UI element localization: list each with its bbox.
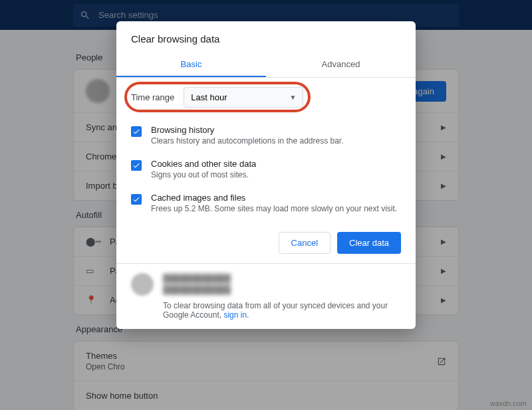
cookies-option[interactable]: Cookies and other site data Signs you ou… [131, 152, 401, 186]
footer-avatar [131, 273, 154, 296]
modal-overlay: Clear browsing data Basic Advanced Time … [0, 0, 532, 410]
watermark: wsxdn.com [490, 399, 527, 407]
tab-basic[interactable]: Basic [116, 52, 266, 77]
browsing-history-option[interactable]: Browsing history Clears history and auto… [131, 118, 401, 152]
checkbox-checked[interactable] [131, 160, 142, 171]
dialog-title: Clear browsing data [116, 21, 416, 52]
dialog-tabs: Basic Advanced [116, 52, 416, 78]
checkbox-checked[interactable] [131, 126, 142, 137]
dialog-footer: ████████████████████████ To clear browsi… [116, 263, 416, 329]
cancel-button[interactable]: Cancel [279, 232, 331, 254]
dropdown-icon: ▼ [289, 94, 296, 101]
clear-browsing-dialog: Clear browsing data Basic Advanced Time … [116, 21, 416, 329]
sign-in-link[interactable]: sign in [223, 310, 247, 320]
time-range-select[interactable]: Last hour ▼ [184, 87, 303, 108]
time-range-label: Time range [131, 92, 174, 102]
tab-advanced[interactable]: Advanced [266, 52, 416, 77]
checkbox-checked[interactable] [131, 194, 142, 205]
cached-files-option[interactable]: Cached images and files Frees up 5.2 MB.… [131, 186, 401, 220]
footer-account-name: ████████████████████████ [163, 273, 401, 296]
clear-data-button[interactable]: Clear data [337, 232, 401, 254]
